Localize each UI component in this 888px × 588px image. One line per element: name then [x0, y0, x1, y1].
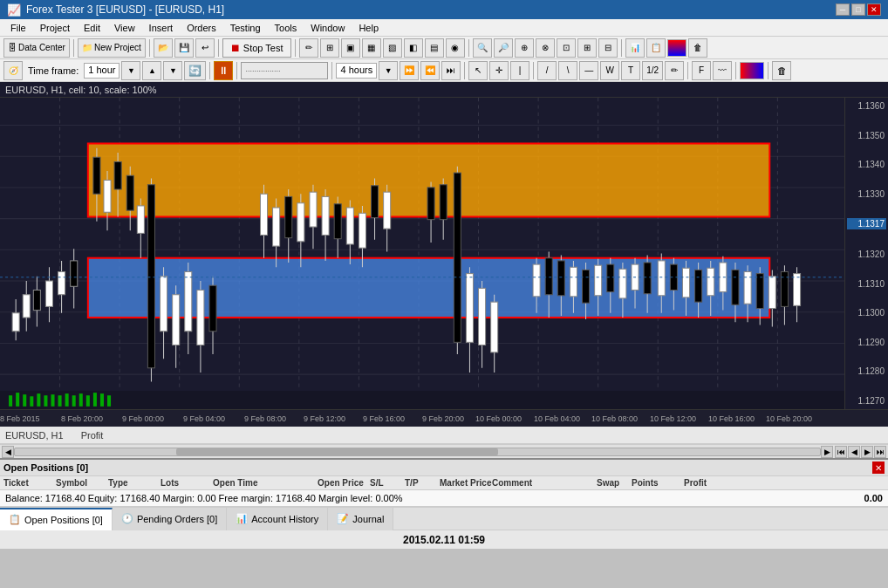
chart-svg[interactable] — [0, 98, 844, 409]
tf2-dropdown[interactable]: ▼ — [379, 61, 398, 80]
nav-btn1[interactable]: 🧭 — [3, 61, 23, 80]
color-swatch[interactable] — [740, 62, 764, 79]
tab-open-positions[interactable]: 📋 Open Positions [0] — [0, 508, 113, 530]
data-center-button[interactable]: 🗄 Data Center — [3, 38, 70, 58]
line-btn2[interactable]: \ — [558, 61, 577, 80]
edit-btn[interactable]: ✏ — [299, 38, 318, 58]
chart-zoom5[interactable]: ⊟ — [598, 38, 618, 58]
open-button[interactable]: 📂 — [154, 38, 173, 58]
time-label-0: 8 Feb 2015 — [0, 414, 40, 423]
chart-area: EURUSD, H1, cell: 10, scale: 100% — [0, 82, 888, 427]
timeframe-label: Time frame: — [24, 65, 82, 76]
minimize-button[interactable]: ─ — [836, 3, 850, 16]
nav-last-btn[interactable]: ⏭ — [874, 446, 886, 458]
chart-zoom4[interactable]: ⊞ — [577, 38, 597, 58]
separator — [687, 62, 688, 79]
chart-panel-header: EURUSD, H1 Profit — [0, 427, 888, 444]
svg-rect-78 — [372, 186, 379, 218]
color-btn[interactable] — [667, 39, 686, 57]
menu-tools[interactable]: Tools — [268, 21, 304, 35]
tb-btn6[interactable]: ◧ — [404, 38, 423, 58]
text-w-btn[interactable]: W — [600, 61, 619, 80]
tb-btn7[interactable]: ▤ — [425, 38, 444, 58]
tb-btn5[interactable]: ▧ — [383, 38, 402, 58]
menu-project[interactable]: Project — [33, 21, 77, 35]
tab-journal[interactable]: 📝 Journal — [328, 508, 393, 530]
nav-first-btn[interactable]: ⏮ — [835, 446, 847, 458]
template-btn[interactable]: 📋 — [646, 38, 666, 58]
balance-text: Balance: 17168.40 Equity: 17168.40 Margi… — [5, 493, 403, 503]
tf-up[interactable]: ▲ — [142, 61, 161, 80]
chart-zoom3[interactable]: ⊡ — [557, 38, 576, 58]
crosshair-btn[interactable]: ✛ — [489, 61, 509, 80]
menu-edit[interactable]: Edit — [77, 21, 107, 35]
tab-account-history[interactable]: 📊 Account History — [227, 508, 328, 530]
tb-btn4[interactable]: ▦ — [362, 38, 381, 58]
chart-scrollbar[interactable]: ◀ ▶ ⏮ ◀ ▶ ⏭ — [0, 444, 888, 458]
maximize-button[interactable]: □ — [851, 3, 865, 16]
save-button[interactable]: 💾 — [174, 38, 194, 58]
menu-insert[interactable]: Insert — [142, 21, 181, 35]
menu-orders[interactable]: Orders — [180, 21, 223, 35]
eraser-btn[interactable]: 🗑 — [688, 38, 707, 58]
menu-view[interactable]: View — [107, 21, 142, 35]
menu-window[interactable]: Window — [304, 21, 352, 35]
svg-rect-62 — [273, 208, 280, 246]
tf-down[interactable]: ▼ — [163, 61, 182, 80]
svg-rect-34 — [58, 272, 65, 295]
tf-dropdown[interactable]: ▼ — [121, 61, 140, 80]
scroll-track[interactable] — [14, 448, 821, 456]
zoom-in-btn[interactable]: 🔍 — [473, 38, 492, 58]
nav-next-btn[interactable]: ▶ — [861, 446, 873, 458]
pencil-btn[interactable]: ✏ — [665, 61, 684, 80]
chart-canvas-container[interactable]: 1.1360 1.1350 1.1340 1.1330 1.1317 1.132… — [0, 98, 888, 409]
chart-zoom2[interactable]: ⊗ — [536, 38, 555, 58]
fib-btn[interactable]: 1/2 — [642, 61, 663, 80]
svg-rect-122 — [707, 268, 714, 296]
balance-row: Balance: 17168.40 Equity: 17168.40 Margi… — [0, 490, 888, 507]
separator — [295, 39, 296, 57]
vline-btn[interactable]: | — [510, 61, 529, 80]
new-icon: 📁 — [82, 43, 92, 52]
stop-test-button[interactable]: ⏹ Stop Test — [222, 38, 291, 58]
delete-all-btn[interactable]: 🗑 — [772, 61, 791, 80]
timeframe-selector[interactable]: 1 hour — [84, 63, 120, 79]
scroll-right-btn[interactable]: ▶ — [821, 446, 833, 458]
hline-btn[interactable]: — — [579, 61, 598, 80]
svg-rect-72 — [334, 204, 341, 239]
new-project-button[interactable]: 📁 New Project — [78, 38, 146, 58]
price-1290: 1.1290 — [847, 338, 886, 347]
svg-rect-88 — [466, 274, 473, 343]
svg-rect-138 — [0, 391, 844, 409]
nav-prev-btn[interactable]: ◀ — [848, 446, 860, 458]
separator — [73, 39, 74, 57]
text-t-btn[interactable]: T — [621, 61, 640, 80]
menu-file[interactable]: File — [3, 21, 33, 35]
zoom-out-btn[interactable]: 🔎 — [494, 38, 513, 58]
close-button[interactable]: ✕ — [867, 3, 881, 16]
timeframe2-selector[interactable]: 4 hours — [336, 63, 377, 79]
step-fwd[interactable]: ⏭ — [441, 61, 461, 80]
undo-button[interactable]: ↩ — [195, 38, 215, 58]
tab-pending-orders[interactable]: 🕐 Pending Orders [0] — [113, 508, 227, 530]
menu-testing[interactable]: Testing — [223, 21, 268, 35]
cursor-btn[interactable]: ↖ — [468, 61, 488, 80]
properties-btn[interactable]: ⊞ — [320, 38, 339, 58]
line-btn1[interactable]: / — [537, 61, 557, 80]
scroll-left-btn[interactable]: ◀ — [2, 446, 14, 458]
indicator-btn[interactable]: 📊 — [625, 38, 645, 58]
scroll-thumb[interactable] — [176, 448, 498, 455]
pause-button[interactable]: ⏸ — [214, 61, 233, 80]
speed-down[interactable]: ⏪ — [420, 61, 440, 80]
refresh-btn[interactable]: 🔄 — [184, 61, 206, 80]
tb-btn8[interactable]: ◉ — [446, 38, 465, 58]
menu-help[interactable]: Help — [352, 21, 386, 35]
panel-close-button[interactable]: ✕ — [872, 462, 885, 474]
col-open-time: Open Time — [213, 478, 318, 488]
price-1320: 1.1320 — [847, 250, 886, 259]
speed-up[interactable]: ⏩ — [400, 61, 419, 80]
font-btn[interactable]: F — [692, 61, 711, 80]
chart-zoom1[interactable]: ⊕ — [515, 38, 534, 58]
tb-btn3[interactable]: ▣ — [341, 38, 360, 58]
wave-btn[interactable]: 〰 — [713, 61, 732, 80]
